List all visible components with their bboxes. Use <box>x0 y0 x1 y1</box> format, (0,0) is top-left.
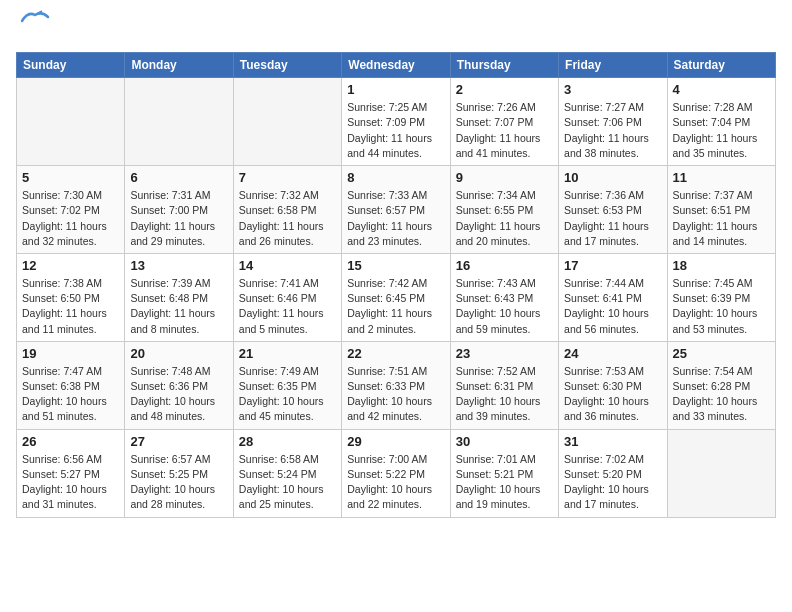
calendar-cell: 20Sunrise: 7:48 AMSunset: 6:36 PMDayligh… <box>125 341 233 429</box>
calendar-week-row: 12Sunrise: 7:38 AMSunset: 6:50 PMDayligh… <box>17 253 776 341</box>
day-header-thursday: Thursday <box>450 53 558 78</box>
day-number: 22 <box>347 346 444 361</box>
calendar-cell: 6Sunrise: 7:31 AMSunset: 7:00 PMDaylight… <box>125 166 233 254</box>
day-info: Sunrise: 7:38 AMSunset: 6:50 PMDaylight:… <box>22 276 119 337</box>
day-info: Sunrise: 7:39 AMSunset: 6:48 PMDaylight:… <box>130 276 227 337</box>
day-number: 19 <box>22 346 119 361</box>
day-number: 5 <box>22 170 119 185</box>
calendar-cell: 4Sunrise: 7:28 AMSunset: 7:04 PMDaylight… <box>667 78 775 166</box>
calendar-cell: 11Sunrise: 7:37 AMSunset: 6:51 PMDayligh… <box>667 166 775 254</box>
day-number: 17 <box>564 258 661 273</box>
calendar-cell: 10Sunrise: 7:36 AMSunset: 6:53 PMDayligh… <box>559 166 667 254</box>
day-header-wednesday: Wednesday <box>342 53 450 78</box>
day-info: Sunrise: 6:57 AMSunset: 5:25 PMDaylight:… <box>130 452 227 513</box>
day-header-saturday: Saturday <box>667 53 775 78</box>
day-header-friday: Friday <box>559 53 667 78</box>
day-info: Sunrise: 7:53 AMSunset: 6:30 PMDaylight:… <box>564 364 661 425</box>
day-info: Sunrise: 7:37 AMSunset: 6:51 PMDaylight:… <box>673 188 770 249</box>
calendar-cell: 17Sunrise: 7:44 AMSunset: 6:41 PMDayligh… <box>559 253 667 341</box>
day-number: 4 <box>673 82 770 97</box>
day-number: 23 <box>456 346 553 361</box>
calendar-cell: 7Sunrise: 7:32 AMSunset: 6:58 PMDaylight… <box>233 166 341 254</box>
calendar-cell: 13Sunrise: 7:39 AMSunset: 6:48 PMDayligh… <box>125 253 233 341</box>
page-header <box>16 16 776 40</box>
day-info: Sunrise: 7:01 AMSunset: 5:21 PMDaylight:… <box>456 452 553 513</box>
day-number: 3 <box>564 82 661 97</box>
calendar-cell: 30Sunrise: 7:01 AMSunset: 5:21 PMDayligh… <box>450 429 558 517</box>
day-number: 15 <box>347 258 444 273</box>
calendar-cell: 29Sunrise: 7:00 AMSunset: 5:22 PMDayligh… <box>342 429 450 517</box>
day-info: Sunrise: 7:42 AMSunset: 6:45 PMDaylight:… <box>347 276 444 337</box>
day-number: 31 <box>564 434 661 449</box>
calendar-week-row: 5Sunrise: 7:30 AMSunset: 7:02 PMDaylight… <box>17 166 776 254</box>
day-info: Sunrise: 6:58 AMSunset: 5:24 PMDaylight:… <box>239 452 336 513</box>
day-info: Sunrise: 7:48 AMSunset: 6:36 PMDaylight:… <box>130 364 227 425</box>
calendar-cell: 24Sunrise: 7:53 AMSunset: 6:30 PMDayligh… <box>559 341 667 429</box>
day-info: Sunrise: 6:56 AMSunset: 5:27 PMDaylight:… <box>22 452 119 513</box>
calendar-cell: 3Sunrise: 7:27 AMSunset: 7:06 PMDaylight… <box>559 78 667 166</box>
calendar-cell: 16Sunrise: 7:43 AMSunset: 6:43 PMDayligh… <box>450 253 558 341</box>
day-info: Sunrise: 7:41 AMSunset: 6:46 PMDaylight:… <box>239 276 336 337</box>
day-number: 8 <box>347 170 444 185</box>
calendar-week-row: 26Sunrise: 6:56 AMSunset: 5:27 PMDayligh… <box>17 429 776 517</box>
calendar-cell: 5Sunrise: 7:30 AMSunset: 7:02 PMDaylight… <box>17 166 125 254</box>
day-number: 21 <box>239 346 336 361</box>
calendar-cell <box>17 78 125 166</box>
day-number: 27 <box>130 434 227 449</box>
calendar-cell: 21Sunrise: 7:49 AMSunset: 6:35 PMDayligh… <box>233 341 341 429</box>
day-info: Sunrise: 7:43 AMSunset: 6:43 PMDaylight:… <box>456 276 553 337</box>
day-info: Sunrise: 7:54 AMSunset: 6:28 PMDaylight:… <box>673 364 770 425</box>
day-number: 20 <box>130 346 227 361</box>
calendar-cell <box>667 429 775 517</box>
calendar-cell: 19Sunrise: 7:47 AMSunset: 6:38 PMDayligh… <box>17 341 125 429</box>
calendar-cell: 15Sunrise: 7:42 AMSunset: 6:45 PMDayligh… <box>342 253 450 341</box>
day-number: 9 <box>456 170 553 185</box>
day-info: Sunrise: 7:25 AMSunset: 7:09 PMDaylight:… <box>347 100 444 161</box>
day-number: 18 <box>673 258 770 273</box>
day-header-sunday: Sunday <box>17 53 125 78</box>
day-info: Sunrise: 7:00 AMSunset: 5:22 PMDaylight:… <box>347 452 444 513</box>
day-number: 30 <box>456 434 553 449</box>
calendar-cell: 22Sunrise: 7:51 AMSunset: 6:33 PMDayligh… <box>342 341 450 429</box>
day-number: 26 <box>22 434 119 449</box>
calendar-cell: 18Sunrise: 7:45 AMSunset: 6:39 PMDayligh… <box>667 253 775 341</box>
calendar-week-row: 1Sunrise: 7:25 AMSunset: 7:09 PMDaylight… <box>17 78 776 166</box>
day-number: 16 <box>456 258 553 273</box>
day-info: Sunrise: 7:28 AMSunset: 7:04 PMDaylight:… <box>673 100 770 161</box>
day-number: 6 <box>130 170 227 185</box>
day-number: 29 <box>347 434 444 449</box>
day-number: 2 <box>456 82 553 97</box>
day-info: Sunrise: 7:31 AMSunset: 7:00 PMDaylight:… <box>130 188 227 249</box>
day-info: Sunrise: 7:45 AMSunset: 6:39 PMDaylight:… <box>673 276 770 337</box>
day-info: Sunrise: 7:47 AMSunset: 6:38 PMDaylight:… <box>22 364 119 425</box>
day-info: Sunrise: 7:30 AMSunset: 7:02 PMDaylight:… <box>22 188 119 249</box>
day-header-monday: Monday <box>125 53 233 78</box>
day-info: Sunrise: 7:36 AMSunset: 6:53 PMDaylight:… <box>564 188 661 249</box>
day-info: Sunrise: 7:26 AMSunset: 7:07 PMDaylight:… <box>456 100 553 161</box>
logo-bird-icon <box>20 7 50 31</box>
calendar-cell: 8Sunrise: 7:33 AMSunset: 6:57 PMDaylight… <box>342 166 450 254</box>
calendar-cell: 2Sunrise: 7:26 AMSunset: 7:07 PMDaylight… <box>450 78 558 166</box>
day-number: 1 <box>347 82 444 97</box>
calendar-cell: 23Sunrise: 7:52 AMSunset: 6:31 PMDayligh… <box>450 341 558 429</box>
day-number: 14 <box>239 258 336 273</box>
calendar-cell: 25Sunrise: 7:54 AMSunset: 6:28 PMDayligh… <box>667 341 775 429</box>
calendar-cell: 31Sunrise: 7:02 AMSunset: 5:20 PMDayligh… <box>559 429 667 517</box>
day-info: Sunrise: 7:34 AMSunset: 6:55 PMDaylight:… <box>456 188 553 249</box>
day-number: 12 <box>22 258 119 273</box>
day-number: 10 <box>564 170 661 185</box>
day-header-tuesday: Tuesday <box>233 53 341 78</box>
calendar-cell: 27Sunrise: 6:57 AMSunset: 5:25 PMDayligh… <box>125 429 233 517</box>
logo <box>16 16 50 40</box>
day-info: Sunrise: 7:49 AMSunset: 6:35 PMDaylight:… <box>239 364 336 425</box>
day-info: Sunrise: 7:52 AMSunset: 6:31 PMDaylight:… <box>456 364 553 425</box>
calendar-cell: 14Sunrise: 7:41 AMSunset: 6:46 PMDayligh… <box>233 253 341 341</box>
calendar-cell: 26Sunrise: 6:56 AMSunset: 5:27 PMDayligh… <box>17 429 125 517</box>
day-info: Sunrise: 7:32 AMSunset: 6:58 PMDaylight:… <box>239 188 336 249</box>
day-number: 25 <box>673 346 770 361</box>
day-number: 7 <box>239 170 336 185</box>
day-number: 24 <box>564 346 661 361</box>
calendar-cell <box>125 78 233 166</box>
day-info: Sunrise: 7:44 AMSunset: 6:41 PMDaylight:… <box>564 276 661 337</box>
day-number: 28 <box>239 434 336 449</box>
